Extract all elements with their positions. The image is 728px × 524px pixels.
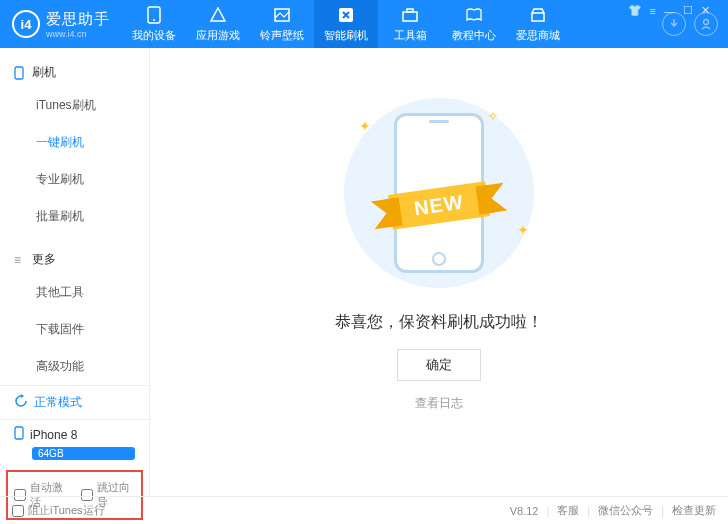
storage-badge: 64GB: [32, 447, 135, 460]
sidebar-item-batch-flash[interactable]: 批量刷机: [0, 198, 149, 235]
main-content: ✦ ✧ ✦ NEW 恭喜您，保资料刷机成功啦！ 确定 查看日志: [150, 48, 728, 496]
ok-button[interactable]: 确定: [397, 349, 481, 381]
sidebar-device[interactable]: iPhone 8 64GB: [0, 419, 149, 470]
nav-store[interactable]: 爱思商城: [506, 0, 570, 48]
block-itunes-checkbox[interactable]: 阻止iTunes运行: [12, 503, 105, 518]
sidebar-item-advanced[interactable]: 高级功能: [0, 348, 149, 385]
footer-link-wechat[interactable]: 微信公众号: [598, 503, 653, 518]
view-log-link[interactable]: 查看日志: [415, 395, 463, 412]
svg-point-1: [153, 19, 155, 21]
footer-link-update[interactable]: 检查更新: [672, 503, 716, 518]
logo-badge: i4: [12, 10, 40, 38]
sparkle-icon: ✧: [487, 108, 499, 124]
flash-icon: [337, 6, 355, 24]
skin-icon[interactable]: 👕: [628, 4, 642, 17]
window-controls: 👕 ≡ — ☐ ✕: [628, 4, 720, 17]
svg-rect-4: [403, 12, 417, 21]
sidebar-item-oneclick-flash[interactable]: 一键刷机: [0, 124, 149, 161]
sparkle-icon: ✦: [517, 222, 529, 238]
svg-rect-5: [407, 9, 413, 12]
sidebar-item-itunes-flash[interactable]: iTunes刷机: [0, 87, 149, 124]
logo: i4 爱思助手 www.i4.cn: [0, 10, 122, 39]
sidebar-item-download-firmware[interactable]: 下载固件: [0, 311, 149, 348]
nav-toolbox[interactable]: 工具箱: [378, 0, 442, 48]
svg-rect-6: [532, 13, 544, 21]
sidebar-head-flash: 刷机: [0, 58, 149, 87]
store-icon: [529, 6, 547, 24]
footer: 阻止iTunes运行 V8.12 | 客服 | 微信公众号 | 检查更新: [0, 496, 728, 524]
device-icon: [14, 426, 24, 443]
device-name: iPhone 8: [30, 428, 77, 442]
nav-ringtone[interactable]: 铃声壁纸: [250, 0, 314, 48]
titlebar: i4 爱思助手 www.i4.cn 我的设备 应用游戏 铃声壁纸 智能刷机 工具…: [0, 0, 728, 48]
body: 刷机 iTunes刷机 一键刷机 专业刷机 批量刷机 ≡ 更多 其他工具 下载固…: [0, 48, 728, 496]
nav-my-device[interactable]: 我的设备: [122, 0, 186, 48]
wallpaper-icon: [273, 6, 291, 24]
nav-tutorial[interactable]: 教程中心: [442, 0, 506, 48]
sidebar-item-pro-flash[interactable]: 专业刷机: [0, 161, 149, 198]
nav-apps[interactable]: 应用游戏: [186, 0, 250, 48]
success-message: 恭喜您，保资料刷机成功啦！: [335, 312, 543, 333]
sidebar-section-more: ≡ 更多 其他工具 下载固件 高级功能: [0, 235, 149, 385]
svg-point-7: [704, 20, 709, 25]
nav-flash[interactable]: 智能刷机: [314, 0, 378, 48]
footer-link-support[interactable]: 客服: [557, 503, 579, 518]
sidebar: 刷机 iTunes刷机 一键刷机 专业刷机 批量刷机 ≡ 更多 其他工具 下载固…: [0, 48, 150, 496]
sidebar-status[interactable]: 正常模式: [0, 385, 149, 419]
maximize-icon[interactable]: ☐: [683, 4, 693, 17]
logo-title: 爱思助手: [46, 10, 110, 29]
success-illustration: ✦ ✧ ✦ NEW: [329, 98, 549, 288]
version-label: V8.12: [510, 505, 539, 517]
phone-small-icon: [14, 66, 26, 80]
svg-rect-9: [15, 427, 23, 439]
sidebar-head-more: ≡ 更多: [0, 245, 149, 274]
menu-icon[interactable]: ≡: [650, 5, 656, 17]
minimize-icon[interactable]: —: [664, 5, 675, 17]
refresh-icon: [14, 394, 28, 411]
book-icon: [465, 6, 483, 24]
toolbox-icon: [401, 6, 419, 24]
sparkle-icon: ✦: [359, 118, 371, 134]
sidebar-item-other-tools[interactable]: 其他工具: [0, 274, 149, 311]
list-icon: ≡: [14, 253, 26, 267]
sidebar-section-flash: 刷机 iTunes刷机 一键刷机 专业刷机 批量刷机: [0, 48, 149, 235]
logo-subtitle: www.i4.cn: [46, 29, 110, 39]
phone-icon: [145, 6, 163, 24]
close-icon[interactable]: ✕: [701, 4, 710, 17]
apps-icon: [209, 6, 227, 24]
svg-rect-8: [15, 67, 23, 79]
nav-tabs: 我的设备 应用游戏 铃声壁纸 智能刷机 工具箱 教程中心 爱思商城: [122, 0, 652, 48]
